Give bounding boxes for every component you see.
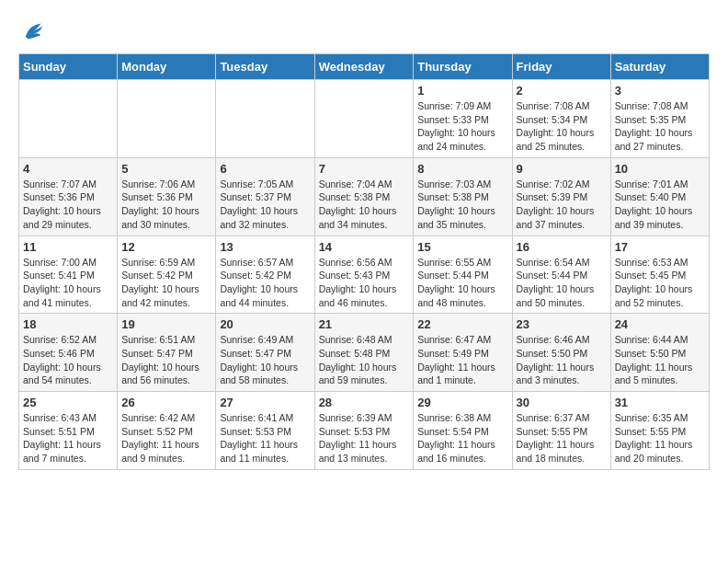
day-number: 21 xyxy=(319,317,410,331)
calendar-cell: 23Sunrise: 6:46 AM Sunset: 5:50 PM Dayli… xyxy=(512,314,610,392)
day-number: 25 xyxy=(23,396,113,409)
day-number: 15 xyxy=(417,240,507,254)
day-number: 22 xyxy=(417,317,507,331)
day-detail: Sunrise: 6:42 AM Sunset: 5:52 PM Dayligh… xyxy=(121,411,211,465)
day-detail: Sunrise: 6:41 AM Sunset: 5:53 PM Dayligh… xyxy=(220,411,310,465)
calendar-cell: 26Sunrise: 6:42 AM Sunset: 5:52 PM Dayli… xyxy=(118,392,216,470)
calendar-cell: 8Sunrise: 7:03 AM Sunset: 5:38 PM Daylig… xyxy=(414,157,512,236)
day-number: 10 xyxy=(615,162,705,176)
day-detail: Sunrise: 6:48 AM Sunset: 5:48 PM Dayligh… xyxy=(319,333,410,387)
day-of-week-header: Saturday xyxy=(610,54,709,80)
calendar-cell: 27Sunrise: 6:41 AM Sunset: 5:53 PM Dayli… xyxy=(216,392,314,470)
day-detail: Sunrise: 7:09 AM Sunset: 5:33 PM Dayligh… xyxy=(417,99,507,154)
day-number: 26 xyxy=(121,396,211,409)
calendar-cell xyxy=(118,80,216,158)
calendar-cell xyxy=(314,80,414,158)
day-number: 9 xyxy=(517,162,607,176)
calendar-week-row: 25Sunrise: 6:43 AM Sunset: 5:51 PM Dayli… xyxy=(19,392,710,470)
day-detail: Sunrise: 6:47 AM Sunset: 5:49 PM Dayligh… xyxy=(417,333,507,387)
calendar-cell: 14Sunrise: 6:56 AM Sunset: 5:43 PM Dayli… xyxy=(314,236,414,314)
day-number: 2 xyxy=(517,84,607,98)
day-detail: Sunrise: 6:54 AM Sunset: 5:44 PM Dayligh… xyxy=(517,256,607,310)
page-header xyxy=(18,18,710,44)
day-number: 11 xyxy=(23,240,113,254)
day-of-week-header: Thursday xyxy=(414,54,512,80)
day-detail: Sunrise: 6:59 AM Sunset: 5:42 PM Dayligh… xyxy=(121,256,211,310)
day-number: 13 xyxy=(220,240,310,254)
day-number: 5 xyxy=(121,162,211,176)
day-detail: Sunrise: 6:35 AM Sunset: 5:55 PM Dayligh… xyxy=(615,411,705,465)
day-detail: Sunrise: 7:01 AM Sunset: 5:40 PM Dayligh… xyxy=(615,178,705,232)
day-number: 24 xyxy=(615,317,705,331)
day-detail: Sunrise: 6:38 AM Sunset: 5:54 PM Dayligh… xyxy=(417,411,507,465)
day-detail: Sunrise: 6:44 AM Sunset: 5:50 PM Dayligh… xyxy=(615,333,705,387)
calendar-header-row: SundayMondayTuesdayWednesdayThursdayFrid… xyxy=(19,54,710,80)
day-number: 14 xyxy=(319,240,410,254)
calendar-week-row: 4Sunrise: 7:07 AM Sunset: 5:36 PM Daylig… xyxy=(19,157,710,236)
calendar-week-row: 18Sunrise: 6:52 AM Sunset: 5:46 PM Dayli… xyxy=(19,314,710,392)
calendar-week-row: 1Sunrise: 7:09 AM Sunset: 5:33 PM Daylig… xyxy=(19,80,710,158)
day-number: 4 xyxy=(23,162,113,176)
day-detail: Sunrise: 6:46 AM Sunset: 5:50 PM Dayligh… xyxy=(517,333,607,387)
calendar-cell: 6Sunrise: 7:05 AM Sunset: 5:37 PM Daylig… xyxy=(216,157,314,236)
day-detail: Sunrise: 7:06 AM Sunset: 5:36 PM Dayligh… xyxy=(121,178,211,232)
calendar-week-row: 11Sunrise: 7:00 AM Sunset: 5:41 PM Dayli… xyxy=(19,236,710,314)
calendar-cell: 31Sunrise: 6:35 AM Sunset: 5:55 PM Dayli… xyxy=(610,392,709,470)
day-number: 23 xyxy=(517,317,607,331)
day-detail: Sunrise: 6:56 AM Sunset: 5:43 PM Dayligh… xyxy=(319,256,410,310)
day-detail: Sunrise: 6:51 AM Sunset: 5:47 PM Dayligh… xyxy=(121,333,211,387)
calendar-cell: 13Sunrise: 6:57 AM Sunset: 5:42 PM Dayli… xyxy=(216,236,314,314)
calendar-cell: 9Sunrise: 7:02 AM Sunset: 5:39 PM Daylig… xyxy=(512,157,610,236)
calendar-cell xyxy=(216,80,314,158)
day-detail: Sunrise: 6:52 AM Sunset: 5:46 PM Dayligh… xyxy=(23,333,113,387)
calendar-cell: 7Sunrise: 7:04 AM Sunset: 5:38 PM Daylig… xyxy=(314,157,414,236)
calendar-cell: 12Sunrise: 6:59 AM Sunset: 5:42 PM Dayli… xyxy=(118,236,216,314)
calendar-cell: 10Sunrise: 7:01 AM Sunset: 5:40 PM Dayli… xyxy=(610,157,709,236)
calendar-cell: 25Sunrise: 6:43 AM Sunset: 5:51 PM Dayli… xyxy=(19,392,118,470)
day-detail: Sunrise: 7:04 AM Sunset: 5:38 PM Dayligh… xyxy=(319,178,410,232)
calendar-cell: 22Sunrise: 6:47 AM Sunset: 5:49 PM Dayli… xyxy=(414,314,512,392)
day-number: 27 xyxy=(220,396,310,409)
day-number: 3 xyxy=(615,84,705,98)
calendar-cell: 16Sunrise: 6:54 AM Sunset: 5:44 PM Dayli… xyxy=(512,236,610,314)
calendar-cell: 4Sunrise: 7:07 AM Sunset: 5:36 PM Daylig… xyxy=(19,157,118,236)
day-detail: Sunrise: 6:37 AM Sunset: 5:55 PM Dayligh… xyxy=(517,411,607,465)
calendar-cell: 19Sunrise: 6:51 AM Sunset: 5:47 PM Dayli… xyxy=(118,314,216,392)
logo xyxy=(18,18,46,44)
day-detail: Sunrise: 6:53 AM Sunset: 5:45 PM Dayligh… xyxy=(615,256,705,310)
day-number: 28 xyxy=(319,396,410,409)
calendar-body: 1Sunrise: 7:09 AM Sunset: 5:33 PM Daylig… xyxy=(19,80,710,470)
day-number: 12 xyxy=(121,240,211,254)
day-number: 30 xyxy=(517,396,607,409)
day-number: 20 xyxy=(220,317,310,331)
day-detail: Sunrise: 6:39 AM Sunset: 5:53 PM Dayligh… xyxy=(319,411,410,465)
day-of-week-header: Monday xyxy=(118,54,216,80)
calendar-cell: 30Sunrise: 6:37 AM Sunset: 5:55 PM Dayli… xyxy=(512,392,610,470)
day-detail: Sunrise: 7:07 AM Sunset: 5:36 PM Dayligh… xyxy=(23,178,113,232)
day-number: 6 xyxy=(220,162,310,176)
day-detail: Sunrise: 7:08 AM Sunset: 5:35 PM Dayligh… xyxy=(615,99,705,154)
day-detail: Sunrise: 7:00 AM Sunset: 5:41 PM Dayligh… xyxy=(23,256,113,310)
day-detail: Sunrise: 7:02 AM Sunset: 5:39 PM Dayligh… xyxy=(517,178,607,232)
calendar-cell: 15Sunrise: 6:55 AM Sunset: 5:44 PM Dayli… xyxy=(414,236,512,314)
day-detail: Sunrise: 7:03 AM Sunset: 5:38 PM Dayligh… xyxy=(417,178,507,232)
calendar-cell: 17Sunrise: 6:53 AM Sunset: 5:45 PM Dayli… xyxy=(610,236,709,314)
day-number: 19 xyxy=(121,317,211,331)
calendar-cell: 11Sunrise: 7:00 AM Sunset: 5:41 PM Dayli… xyxy=(19,236,118,314)
day-number: 29 xyxy=(417,396,507,409)
calendar-table: SundayMondayTuesdayWednesdayThursdayFrid… xyxy=(18,53,710,470)
calendar-cell xyxy=(19,80,118,158)
day-number: 31 xyxy=(615,396,705,409)
day-number: 8 xyxy=(417,162,507,176)
day-detail: Sunrise: 6:43 AM Sunset: 5:51 PM Dayligh… xyxy=(23,411,113,465)
day-number: 17 xyxy=(615,240,705,254)
day-detail: Sunrise: 7:05 AM Sunset: 5:37 PM Dayligh… xyxy=(220,178,310,232)
day-of-week-header: Wednesday xyxy=(314,54,414,80)
logo-bird-icon xyxy=(20,18,46,44)
calendar-cell: 1Sunrise: 7:09 AM Sunset: 5:33 PM Daylig… xyxy=(414,80,512,158)
calendar-cell: 24Sunrise: 6:44 AM Sunset: 5:50 PM Dayli… xyxy=(610,314,709,392)
day-of-week-header: Friday xyxy=(512,54,610,80)
calendar-cell: 3Sunrise: 7:08 AM Sunset: 5:35 PM Daylig… xyxy=(610,80,709,158)
calendar-cell: 18Sunrise: 6:52 AM Sunset: 5:46 PM Dayli… xyxy=(19,314,118,392)
day-of-week-header: Tuesday xyxy=(216,54,314,80)
